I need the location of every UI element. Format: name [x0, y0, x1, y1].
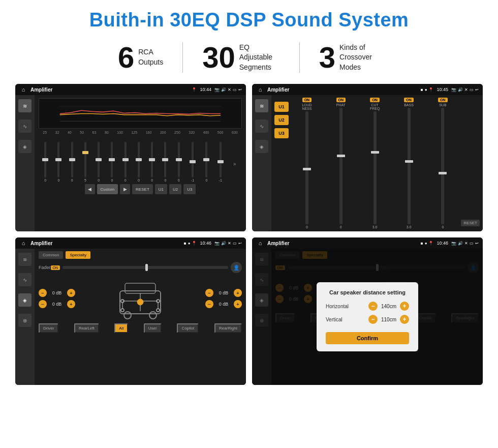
crossover-screen: ⌂ Amplifier ■ ● 📍 10:45 📷 🔊 ✕ ▭ ↩ ≋ ∿ — [252, 84, 483, 231]
eq-slider-extra: » — [233, 146, 236, 182]
db-plus-br[interactable]: + — [234, 300, 242, 308]
eq-next-button[interactable]: ▶ — [120, 184, 130, 194]
eq-u1-button[interactable]: U1 — [155, 184, 167, 194]
fader-eq-icon[interactable]: ≋ — [18, 253, 32, 266]
eq-slider-12: 0 — [205, 142, 207, 182]
fader-tab-specialty[interactable]: Specialty — [66, 251, 90, 259]
u-buttons: U1 U2 U3 — [274, 98, 289, 229]
bass-label: BASS — [404, 103, 414, 107]
crossover-reset-button[interactable]: RESET — [461, 220, 480, 226]
channel-loudness: ON LOUDNESS 0 — [291, 98, 323, 229]
eq-prev-button[interactable]: ◀ — [85, 184, 95, 194]
dialog-screen-title: Amplifier — [267, 241, 418, 246]
dialog-horizontal-minus[interactable]: − — [368, 302, 378, 311]
eq-slider-11: -1 — [191, 142, 194, 182]
home-icon[interactable]: ⌂ — [19, 85, 27, 94]
phat-slider[interactable] — [339, 108, 343, 224]
sub-slider[interactable] — [441, 108, 444, 224]
dialog-dot1: ■ — [421, 241, 423, 246]
loudness-slider[interactable] — [305, 111, 308, 224]
rearleft-button[interactable]: RearLeft — [74, 323, 99, 333]
fader-screen-title: Amplifier — [30, 241, 181, 246]
back-icon[interactable]: ↩ — [238, 87, 242, 92]
dialog-dot2: ● — [425, 241, 427, 246]
db-control-bl: − 0 dB + — [39, 300, 75, 308]
loudness-value: 0 — [306, 225, 308, 229]
dialog-horizontal-plus[interactable]: + — [400, 302, 409, 311]
fader-tab-common[interactable]: Common — [39, 251, 63, 259]
u3-button[interactable]: U3 — [274, 128, 289, 138]
eq-icon[interactable]: ≋ — [18, 99, 32, 112]
car-svg — [112, 276, 168, 321]
dialog-vertical-plus[interactable]: + — [400, 315, 409, 324]
db-minus-tr[interactable]: − — [205, 289, 213, 297]
crossover-wave-icon[interactable]: ∿ — [255, 120, 268, 133]
stat-crossover-number: 3 — [319, 43, 335, 72]
dialog-vol: 🔊 — [458, 241, 463, 246]
eq-slider-3: 5 — [84, 142, 86, 182]
dialog-horizontal-row: Horizontal − 140cm + — [326, 302, 409, 311]
copilot-button[interactable]: Copilot — [177, 323, 199, 333]
db-minus-bl[interactable]: − — [39, 300, 47, 308]
dialog-home-icon[interactable]: ⌂ — [256, 239, 264, 247]
fader-status-icons: ■ ● 📍 10:46 📷 🔊 ✕ ▭ ↩ — [184, 241, 242, 246]
eq-custom-button[interactable]: Custom — [97, 184, 118, 194]
dialog-screen: ⌂ Amplifier ■ ● 📍 10:46 📷 🔊 ✕ ▭ ↩ ≋ ∿ — [252, 237, 483, 385]
fader-on-badge: ON — [51, 265, 60, 270]
wave-icon[interactable]: ∿ — [18, 120, 32, 133]
eq-u2-button[interactable]: U2 — [169, 184, 181, 194]
left-db-controls: − 0 dB + − 0 dB + — [39, 289, 75, 308]
cutfreq-value: 3.0 — [372, 225, 378, 229]
db-control-tr: − 0 dB + — [205, 289, 242, 297]
dialog-vertical-value: 110cm — [380, 317, 398, 322]
db-plus-bl[interactable]: + — [67, 300, 75, 308]
crossover-screen-title: Amplifier — [267, 87, 418, 93]
fader-home-icon[interactable]: ⌂ — [19, 239, 27, 247]
fader-wave-icon[interactable]: ∿ — [18, 273, 32, 286]
confirm-button[interactable]: Confirm — [326, 332, 409, 344]
fader-status-bar: ⌂ Amplifier ■ ● 📍 10:46 📷 🔊 ✕ ▭ ↩ — [15, 237, 246, 249]
all-button[interactable]: All — [114, 323, 128, 333]
eq-status-bar: ⌂ Amplifier 📍 10:44 📷 🔊 ✕ ▭ ↩ — [15, 84, 246, 95]
fader-spk-icon[interactable]: ◈ — [18, 293, 32, 307]
rearright-button[interactable]: RearRight — [214, 323, 242, 333]
crossover-home-icon[interactable]: ⌂ — [256, 85, 264, 94]
dialog-back[interactable]: ↩ — [475, 241, 479, 246]
fader-back[interactable]: ↩ — [238, 241, 242, 246]
eq-graph — [39, 98, 242, 129]
page-title: Buith-in 30EQ DSP Sound System — [15, 9, 483, 31]
u1-button[interactable]: U1 — [274, 102, 289, 112]
crossover-back[interactable]: ↩ — [475, 87, 479, 92]
fader-slider[interactable] — [63, 266, 228, 269]
fader-screen: ⌂ Amplifier ■ ● 📍 10:46 📷 🔊 ✕ ▭ ↩ ≋ ∿ — [15, 237, 246, 385]
dialog-horizontal-label: Horizontal — [326, 304, 349, 309]
user-button[interactable]: User — [144, 323, 162, 333]
crossover-spk-icon[interactable]: ◈ — [255, 140, 268, 153]
db-control-tl: − 0 dB + — [39, 289, 75, 297]
stat-eq: 30 EQ Adjustable Segments — [183, 43, 299, 73]
eq-screen: ⌂ Amplifier 📍 10:44 📷 🔊 ✕ ▭ ↩ ≋ ∿ ◈ — [15, 84, 246, 231]
sub-on-badge: ON — [438, 98, 448, 102]
u2-button[interactable]: U2 — [274, 115, 289, 125]
eq-slider-6: 0 — [124, 142, 127, 182]
speaker-icon[interactable]: ◈ — [18, 140, 32, 153]
db-plus-tl[interactable]: + — [67, 289, 75, 297]
driver-button[interactable]: Driver — [39, 323, 58, 333]
eq-reset-button[interactable]: RESET — [132, 184, 153, 194]
eq-u3-button[interactable]: U3 — [183, 184, 196, 194]
bass-slider[interactable] — [408, 108, 411, 224]
db-minus-br[interactable]: − — [205, 300, 213, 308]
dialog-x: ✕ — [464, 241, 468, 246]
fader-bottom-buttons: Driver RearLeft All User Copilot RearRig… — [39, 323, 242, 333]
channel-bass: ON BASS 3.0 — [393, 98, 425, 229]
svg-point-6 — [149, 312, 157, 319]
cutfreq-slider[interactable] — [374, 111, 377, 224]
fader-vol: 🔊 — [221, 241, 226, 246]
crossover-eq-icon[interactable]: ≋ — [255, 99, 268, 112]
fader-vol-icon[interactable]: ⊕ — [18, 314, 32, 327]
dialog-vertical-minus[interactable]: − — [368, 315, 378, 324]
db-plus-tr[interactable]: + — [234, 289, 242, 297]
dialog-bat: ▭ — [470, 241, 474, 246]
db-minus-tl[interactable]: − — [39, 289, 47, 297]
fader-tabs: Common Specialty — [39, 251, 242, 259]
